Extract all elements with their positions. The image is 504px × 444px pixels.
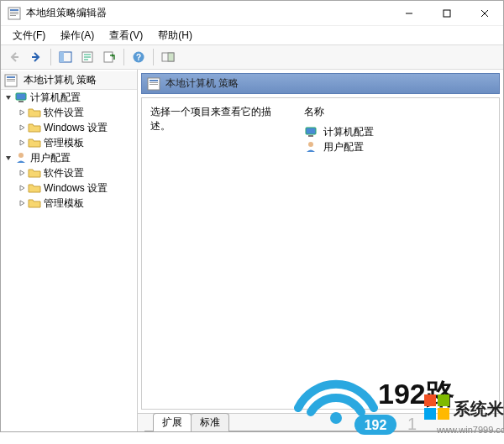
folder-icon <box>28 181 41 195</box>
tree-item-software-settings[interactable]: 软件设置 <box>1 165 137 180</box>
expand-icon[interactable] <box>16 122 28 133</box>
svg-rect-24 <box>7 79 15 80</box>
tree-root[interactable]: 本地计算机 策略 <box>1 71 137 90</box>
menubar: 文件(F) 操作(A) 查看(V) 帮助(H) <box>1 26 503 44</box>
svg-point-28 <box>18 153 24 158</box>
svg-rect-25 <box>7 81 15 81</box>
forward-button[interactable] <box>26 47 46 67</box>
computer-icon <box>304 125 318 138</box>
tree-item-label: 计算机配置 <box>30 91 81 105</box>
svg-rect-6 <box>444 10 450 17</box>
tree-item-label: 管理模板 <box>44 196 84 211</box>
svg-rect-26 <box>16 93 26 100</box>
tree-item-admin-templates[interactable]: 管理模板 <box>1 135 137 150</box>
folder-icon <box>28 196 41 210</box>
tree-item-admin-templates[interactable]: 管理模板 <box>1 196 137 211</box>
collapse-icon[interactable] <box>3 91 14 103</box>
svg-rect-21 <box>168 53 174 61</box>
tab-standard[interactable]: 标准 <box>191 413 229 431</box>
filter-button[interactable] <box>158 47 178 67</box>
menu-action[interactable]: 操作(A) <box>54 27 101 44</box>
expand-icon[interactable] <box>16 197 28 209</box>
show-hide-tree-button[interactable] <box>55 47 76 67</box>
content-header-title: 本地计算机 策略 <box>165 76 239 91</box>
content-header: 本地计算机 策略 <box>141 73 500 94</box>
svg-rect-33 <box>306 128 316 134</box>
help-button[interactable]: ? <box>129 47 149 67</box>
svg-rect-31 <box>150 82 158 83</box>
tree-item-software-settings[interactable]: 软件设置 <box>1 105 137 120</box>
toolbar-separator <box>50 49 51 65</box>
svg-rect-32 <box>150 84 158 85</box>
tree-item-windows-settings[interactable]: Windows 设置 <box>1 120 137 135</box>
expand-icon[interactable] <box>16 167 28 179</box>
toolbar-separator <box>153 49 154 65</box>
list-item-label: 用户配置 <box>323 140 364 154</box>
computer-icon <box>14 91 28 104</box>
tree-item-computer-config[interactable]: 计算机配置 <box>1 90 137 105</box>
list-item-user-config[interactable]: 用户配置 <box>301 139 496 154</box>
toolbar-separator <box>123 49 124 65</box>
app-window: 本地组策略编辑器 文件(F) 操作(A) 查看(V) 帮助(H) <box>0 0 504 432</box>
menu-view[interactable]: 查看(V) <box>102 27 150 44</box>
svg-text:?: ? <box>136 53 141 62</box>
svg-rect-30 <box>150 80 158 81</box>
content-pane: 本地计算机 策略 选择一个项目来查看它的描述。 名称 计算机配置 <box>138 70 503 431</box>
export-list-button[interactable] <box>99 47 119 67</box>
maximize-button[interactable] <box>428 1 465 25</box>
tree-root-label: 本地计算机 策略 <box>24 73 97 87</box>
tree-item-label: 用户配置 <box>30 151 71 165</box>
tree-pane[interactable]: 本地计算机 策略 计算机配置 软件设置 <box>1 70 138 431</box>
svg-rect-17 <box>104 52 113 62</box>
titlebar[interactable]: 本地组策略编辑器 <box>1 1 503 26</box>
back-button[interactable] <box>4 47 24 67</box>
body: 本地计算机 策略 计算机配置 软件设置 <box>1 70 503 431</box>
svg-rect-23 <box>7 76 15 78</box>
menu-file[interactable]: 文件(F) <box>6 27 52 44</box>
svg-rect-2 <box>10 12 18 13</box>
tree-item-windows-settings[interactable]: Windows 设置 <box>1 180 137 196</box>
expand-icon[interactable] <box>16 182 28 194</box>
folder-icon <box>28 136 41 149</box>
content-body: 选择一个项目来查看它的描述。 名称 计算机配置 用户配置 <box>141 97 500 410</box>
svg-rect-27 <box>18 101 24 102</box>
policy-icon <box>4 74 18 87</box>
app-icon <box>8 7 21 20</box>
tree-item-label: 管理模板 <box>44 136 84 150</box>
tree-item-label: 软件设置 <box>44 106 84 120</box>
collapse-icon[interactable] <box>3 152 14 164</box>
expand-icon[interactable] <box>16 137 28 149</box>
tree-item-label: Windows 设置 <box>44 121 108 135</box>
column-header-name[interactable]: 名称 <box>301 103 496 121</box>
toolbar: ? <box>1 44 503 70</box>
list-panel[interactable]: 名称 计算机配置 用户配置 <box>297 98 499 409</box>
description-text: 选择一个项目来查看它的描述。 <box>150 106 271 132</box>
svg-rect-12 <box>60 52 64 62</box>
close-button[interactable] <box>465 1 503 25</box>
user-icon <box>14 151 28 165</box>
svg-rect-34 <box>308 135 313 137</box>
list-item-label: 计算机配置 <box>323 125 374 139</box>
tab-extended[interactable]: 扩展 <box>153 413 192 431</box>
tree-item-label: 软件设置 <box>44 166 84 180</box>
minimize-button[interactable] <box>390 1 428 25</box>
svg-point-35 <box>308 142 313 147</box>
folder-icon <box>28 121 41 134</box>
bottom-tabs: 扩展 标准 <box>138 413 503 431</box>
properties-button[interactable] <box>77 47 97 67</box>
folder-icon <box>28 166 41 180</box>
folder-icon <box>28 106 41 119</box>
menu-help[interactable]: 帮助(H) <box>151 27 199 44</box>
svg-rect-4 <box>10 15 16 16</box>
tree-item-label: Windows 设置 <box>44 181 108 196</box>
policy-icon <box>147 77 160 91</box>
tree-item-user-config[interactable]: 用户配置 <box>1 150 137 165</box>
description-panel: 选择一个项目来查看它的描述。 <box>142 98 297 409</box>
svg-rect-1 <box>10 9 18 11</box>
window-title: 本地组策略编辑器 <box>26 6 390 20</box>
svg-rect-3 <box>10 13 18 14</box>
list-item-computer-config[interactable]: 计算机配置 <box>301 124 496 139</box>
expand-icon[interactable] <box>16 107 28 118</box>
user-icon <box>304 140 318 154</box>
